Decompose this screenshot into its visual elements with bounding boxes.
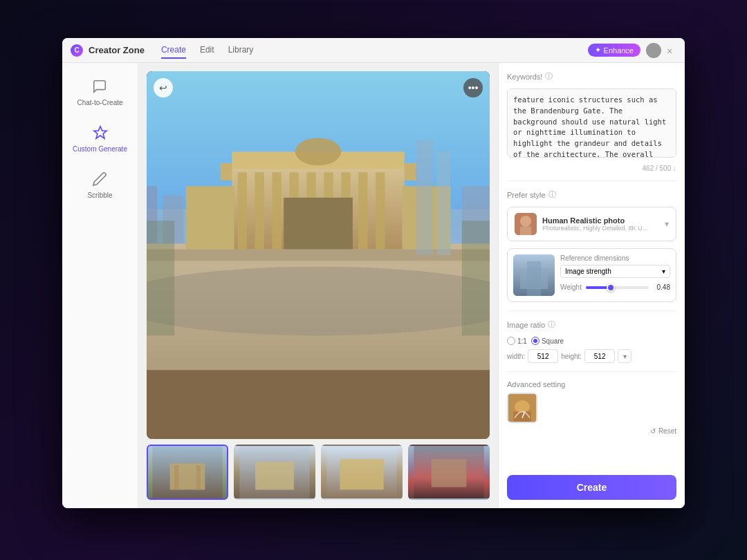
enhance-button[interactable]: ✦ Enhance <box>588 44 640 57</box>
weight-value: 0.48 <box>653 283 670 291</box>
reset-label: Reset <box>658 427 676 435</box>
style-name: Human Realistic photo <box>542 216 659 225</box>
height-input[interactable] <box>584 349 615 363</box>
reset-icon: ↺ <box>650 427 656 435</box>
svg-point-44 <box>520 216 531 227</box>
generate-icon <box>91 123 110 142</box>
char-count: 462 / 500 ↓ <box>507 165 676 172</box>
thumbnail-3[interactable] <box>321 445 403 500</box>
style-info-icon[interactable]: ⓘ <box>548 189 556 200</box>
svg-rect-31 <box>416 140 433 255</box>
svg-rect-23 <box>186 186 234 249</box>
ratio-label-1-1: 1:1 <box>517 337 527 345</box>
sidebar-scribble-label: Scribble <box>87 192 112 199</box>
app-logo: C <box>71 44 83 57</box>
sidebar-item-scribble[interactable]: Scribble <box>87 169 112 199</box>
image-ratio-label: Image ratio <box>507 321 545 329</box>
weight-label: Weight <box>560 283 582 291</box>
reset-button[interactable]: ↺ Reset <box>650 427 676 435</box>
svg-rect-28 <box>147 221 174 335</box>
lora-thumbnail[interactable] <box>507 393 537 423</box>
style-chevron-icon: ▾ <box>665 219 669 229</box>
svg-rect-21 <box>284 198 353 250</box>
center-content: ↩ ••• <box>138 63 498 508</box>
ratio-radio-square[interactable] <box>531 337 540 345</box>
ratio-info-icon[interactable]: ⓘ <box>548 319 555 330</box>
ratio-radio-1-1[interactable] <box>507 337 515 345</box>
title-bar: C Creator Zone Create Edit Library ✦ Enh… <box>62 38 685 63</box>
main-nav: Create Edit Library <box>161 42 582 59</box>
app-body: Chat-to-Create Custom Generate Scribble <box>62 63 685 508</box>
chat-icon <box>90 77 109 96</box>
svg-rect-48 <box>527 261 541 296</box>
svg-rect-35 <box>174 465 178 489</box>
reference-thumbnail <box>513 254 555 296</box>
width-label: width: <box>507 353 525 360</box>
reference-controls: Reference dimensions Image strength ▾ We… <box>560 254 670 296</box>
sidebar-item-chat[interactable]: Chat-to-Create <box>77 77 122 106</box>
keywords-textarea[interactable] <box>507 88 676 158</box>
main-scene-image <box>147 71 490 439</box>
ratio-option-1-1[interactable]: 1:1 <box>507 337 527 345</box>
scribble-icon <box>90 169 109 189</box>
weight-slider-track[interactable] <box>586 286 649 289</box>
svg-rect-29 <box>462 221 490 335</box>
keywords-info-icon[interactable]: ⓘ <box>545 71 553 82</box>
size-dropdown-button[interactable]: ▾ <box>618 349 631 363</box>
svg-point-26 <box>147 267 490 336</box>
laptop-screen: C Creator Zone Create Edit Library ✦ Enh… <box>62 38 685 508</box>
right-panel: Keywords! ⓘ 462 / 500 ↓ Prefer style ⓘ <box>498 63 685 508</box>
style-selector[interactable]: Human Realistic photo Photorealistic, Hi… <box>507 207 676 241</box>
height-label: height: <box>561 353 582 360</box>
divider-3 <box>507 371 676 372</box>
svg-rect-45 <box>520 227 531 235</box>
prefer-style-label: Prefer style <box>507 191 546 199</box>
slider-thumb[interactable] <box>607 283 615 292</box>
svg-rect-42 <box>432 459 467 487</box>
advanced-label: Advanced setting <box>507 380 676 389</box>
sidebar-item-generate[interactable]: Custom Generate <box>73 123 127 153</box>
ratio-option-square[interactable]: Square <box>531 337 564 345</box>
svg-rect-13 <box>255 172 264 249</box>
nav-edit[interactable]: Edit <box>200 42 214 59</box>
svg-rect-19 <box>358 172 367 249</box>
app-name: Creator Zone <box>89 45 145 55</box>
create-button[interactable]: Create <box>507 475 676 500</box>
svg-point-22 <box>295 138 342 165</box>
sidebar-chat-label: Chat-to-Create <box>77 99 122 106</box>
svg-rect-27 <box>151 261 485 264</box>
style-desc: Photorealistic, Highly Detailed, 8K UHD,… <box>542 225 653 232</box>
title-bar-right: ✦ Enhance × <box>588 43 676 58</box>
thumbnail-2[interactable] <box>234 445 315 500</box>
sidebar-generate-label: Custom Generate <box>73 145 127 153</box>
svg-rect-14 <box>273 172 282 249</box>
style-thumbnail <box>515 213 537 235</box>
close-button[interactable]: × <box>667 46 676 55</box>
back-button[interactable]: ↩ <box>154 78 173 97</box>
nav-create[interactable]: Create <box>161 42 186 59</box>
strength-dropdown[interactable]: Image strength ▾ <box>560 265 670 278</box>
sidebar: Chat-to-Create Custom Generate Scribble <box>62 63 138 508</box>
svg-rect-32 <box>436 151 450 255</box>
nav-library[interactable]: Library <box>228 42 254 59</box>
image-options-button[interactable]: ••• <box>463 78 483 97</box>
svg-rect-40 <box>340 459 383 489</box>
image-ratio-label-row: Image ratio ⓘ <box>507 319 676 330</box>
dropdown-chevron-icon: ▾ <box>662 268 665 275</box>
thumbnails-row <box>147 445 490 500</box>
svg-rect-12 <box>238 172 247 249</box>
style-info: Human Realistic photo Photorealistic, Hi… <box>542 216 659 232</box>
width-input[interactable] <box>528 349 558 363</box>
thumbnail-1[interactable] <box>147 445 228 500</box>
svg-rect-20 <box>376 172 385 249</box>
thumbnail-4[interactable] <box>408 445 490 500</box>
advanced-section: Advanced setting ↺ <box>507 380 676 435</box>
divider-2 <box>507 310 676 311</box>
enhance-icon: ✦ <box>595 46 601 55</box>
ratio-section: 1:1 Square width: height: ▾ <box>507 337 676 363</box>
svg-rect-30 <box>147 370 490 439</box>
keywords-label-row: Keywords! ⓘ <box>507 71 676 82</box>
size-input-group: width: height: ▾ <box>507 349 631 363</box>
avatar[interactable] <box>646 43 661 58</box>
svg-rect-38 <box>255 462 294 490</box>
